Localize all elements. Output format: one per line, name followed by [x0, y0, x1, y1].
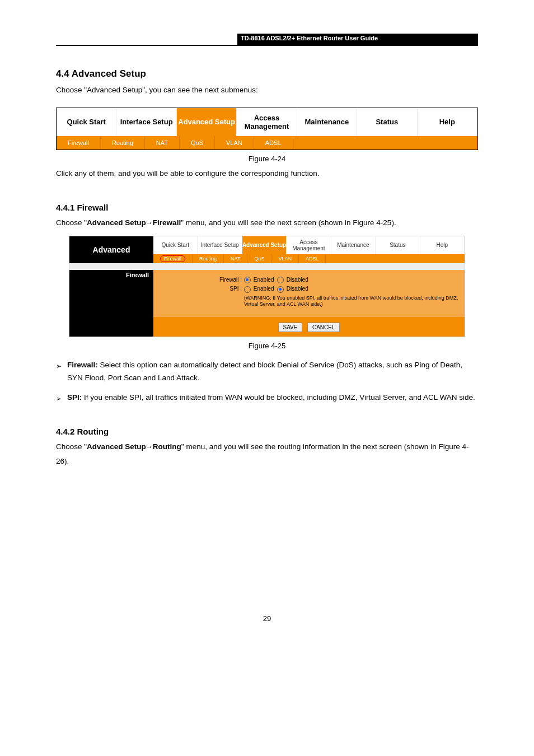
page-number: 29: [56, 614, 478, 623]
figure-caption-1: Figure 4-24: [56, 155, 478, 163]
ss-tab-interface-setup[interactable]: Interface Setup: [198, 236, 242, 254]
bullet-icon: ➢: [56, 391, 67, 404]
ss-subtab-qos[interactable]: QoS: [247, 254, 271, 263]
bullet-icon: ➢: [56, 359, 67, 385]
subtab-adsl[interactable]: ADSL: [254, 136, 293, 150]
firewall-label: Firewall :: [158, 277, 244, 283]
subtab-firewall[interactable]: Firewall: [57, 136, 101, 150]
subtab-routing[interactable]: Routing: [101, 136, 145, 150]
tab-advanced-setup[interactable]: Advanced Setup: [177, 108, 237, 136]
doc-title: TD-8816 ADSL2/2+ Ethernet Router User Gu…: [241, 35, 378, 41]
ss-tab-help[interactable]: Help: [420, 236, 465, 254]
subsection-path: Choose "Advanced Setup→Firewall" menu, a…: [56, 216, 478, 230]
ss-tab-maintenance[interactable]: Maintenance: [331, 236, 376, 254]
subtab-qos[interactable]: QoS: [180, 136, 215, 150]
ss-subtab-routing[interactable]: Routing: [193, 254, 224, 263]
subsection2-path: Choose "Advanced Setup→Routing" menu, an…: [56, 440, 478, 468]
tab-access-management[interactable]: Access Management: [237, 108, 297, 136]
section-intro: Choose "Advanced Setup", you can see the…: [56, 83, 478, 97]
firewall-screenshot: Advanced Quick Start Interface Setup Adv…: [69, 236, 465, 337]
subsection2-heading: 4.4.2 Routing: [56, 427, 478, 436]
subsection-heading: 4.4.1 Firewall: [56, 203, 478, 212]
ss-tab-quick-start[interactable]: Quick Start: [153, 236, 198, 254]
spi-disabled-radio[interactable]: [277, 286, 284, 293]
tab-interface-setup[interactable]: Interface Setup: [116, 108, 176, 136]
save-button[interactable]: SAVE: [278, 323, 303, 332]
arrow-icon: →: [146, 441, 153, 454]
subtab-vlan[interactable]: VLAN: [215, 136, 254, 150]
ss-section-label: Firewall: [69, 270, 153, 317]
bullet-spi: ➢ SPI: If you enable SPI, all traffics i…: [56, 391, 478, 404]
tab-help[interactable]: Help: [418, 108, 477, 136]
firewall-enabled-radio[interactable]: [244, 277, 251, 283]
bullet-firewall: ➢ Firewall: Select this option can autom…: [56, 359, 478, 385]
spi-label: SPI :: [158, 286, 244, 292]
nav-tabs-figure: Quick Start Interface Setup Advanced Set…: [56, 108, 478, 150]
tab-maintenance[interactable]: Maintenance: [297, 108, 357, 136]
ss-side-title: Advanced: [69, 236, 153, 263]
spi-warning: (WARNING: If You enabled SPI, all traffi…: [244, 295, 460, 308]
ss-tab-status[interactable]: Status: [376, 236, 420, 254]
ss-subtab-adsl[interactable]: ADSL: [299, 254, 326, 263]
section-heading: 4.4 Advanced Setup: [56, 68, 478, 80]
tab-status[interactable]: Status: [357, 108, 417, 136]
ss-subtab-firewall[interactable]: Firewall: [153, 254, 193, 263]
firewall-disabled-radio[interactable]: [277, 277, 284, 283]
tab-quick-start[interactable]: Quick Start: [57, 108, 116, 136]
figure-caption-2: Figure 4-25: [56, 342, 478, 350]
ss-subtab-vlan[interactable]: VLAN: [271, 254, 299, 263]
ss-subtab-nat[interactable]: NAT: [224, 254, 247, 263]
cancel-button[interactable]: CANCEL: [307, 323, 340, 332]
ss-tab-advanced-setup[interactable]: Advanced Setup: [242, 236, 287, 254]
ss-tab-access-management[interactable]: Access Management: [287, 236, 331, 254]
spi-enabled-radio[interactable]: [244, 286, 251, 293]
subtab-nat[interactable]: NAT: [145, 136, 180, 150]
doc-header: TD-8816 ADSL2/2+ Ethernet Router User Gu…: [56, 34, 478, 46]
after-tabs-text: Click any of them, and you will be able …: [56, 166, 478, 181]
arrow-icon: →: [146, 217, 153, 230]
